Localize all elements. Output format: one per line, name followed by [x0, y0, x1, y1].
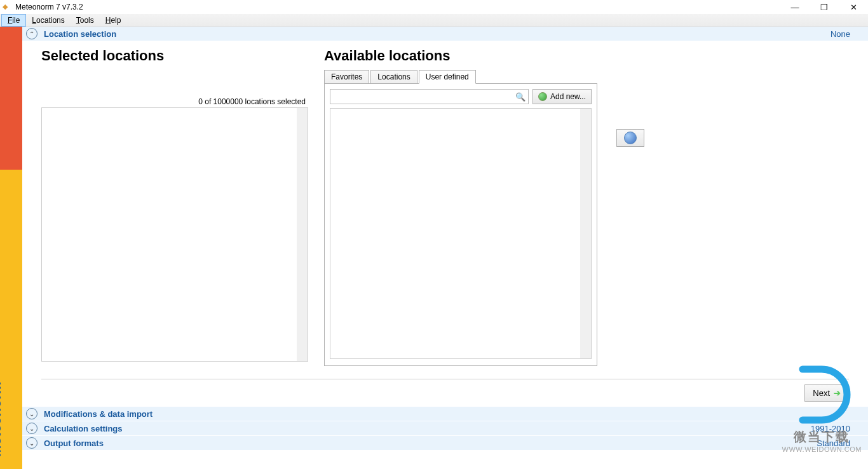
- search-input[interactable]: [333, 92, 515, 101]
- window-controls: — ❐ ✕: [780, 0, 868, 14]
- titlebar: Meteonorm 7 v7.3.2 — ❐ ✕: [0, 0, 868, 14]
- menu-tools[interactable]: Tools: [71, 15, 100, 26]
- add-icon: [538, 92, 547, 101]
- available-column: Available locations Favorites Locations …: [324, 48, 597, 366]
- next-label: Next: [813, 388, 830, 398]
- selected-list[interactable]: [41, 107, 308, 362]
- accordion-output-title: Output formats: [44, 438, 817, 448]
- close-button[interactable]: ✕: [839, 0, 868, 14]
- search-icon[interactable]: 🔍: [515, 92, 526, 102]
- chevron-down-icon: ⌄: [26, 437, 37, 449]
- chevron-up-icon: ⌃: [26, 28, 37, 39]
- accordion-location-title: Location selection: [44, 29, 831, 39]
- globe-icon: [624, 132, 637, 144]
- sidebar: Meteonorm: [0, 27, 22, 469]
- accordion-calculation-value: 1991-2010: [811, 424, 850, 433]
- accordion-location-value: None: [831, 29, 850, 39]
- accordion-calculation[interactable]: ⌄ Calculation settings 1991-2010: [22, 421, 868, 436]
- content-area: ⌃ Location selection None Selected locat…: [22, 27, 868, 469]
- minimize-button[interactable]: —: [780, 0, 810, 14]
- arrow-right-icon: ➔: [834, 388, 841, 398]
- accordion-location[interactable]: ⌃ Location selection None: [22, 27, 868, 41]
- next-button[interactable]: Next ➔: [804, 384, 849, 402]
- selected-heading: Selected locations: [41, 48, 308, 64]
- search-box[interactable]: 🔍: [330, 89, 529, 104]
- available-list[interactable]: [330, 108, 592, 359]
- scrollbar[interactable]: [580, 109, 591, 358]
- selected-count: 0 of 1000000 locations selected: [41, 97, 308, 106]
- window-title: Meteonorm 7 v7.3.2: [15, 3, 83, 11]
- tab-user-defined[interactable]: User defined: [419, 70, 476, 84]
- scrollbar[interactable]: [297, 108, 308, 361]
- tab-locations[interactable]: Locations: [370, 70, 417, 84]
- menubar: File Locations Tools Help: [0, 14, 868, 27]
- accordion-output-value: Standard: [817, 438, 850, 448]
- location-panel: Selected locations 0 of 1000000 location…: [22, 41, 868, 372]
- accordion-modifications-title: Modifications & data import: [44, 409, 850, 419]
- menu-locations[interactable]: Locations: [26, 15, 70, 26]
- selected-column: Selected locations 0 of 1000000 location…: [41, 48, 308, 366]
- menu-help[interactable]: Help: [100, 15, 127, 26]
- menu-file[interactable]: File: [1, 14, 26, 27]
- chevron-down-icon: ⌄: [26, 408, 37, 419]
- available-heading: Available locations: [324, 48, 597, 64]
- tabs: Favorites Locations User defined: [324, 69, 597, 83]
- chevron-down-icon: ⌄: [26, 423, 37, 434]
- divider: [41, 379, 849, 379]
- maximize-button[interactable]: ❐: [810, 0, 839, 14]
- app-icon: [3, 3, 11, 11]
- accordion-output[interactable]: ⌄ Output formats Standard: [22, 436, 868, 451]
- globe-button[interactable]: [616, 129, 644, 147]
- add-new-label: Add new...: [550, 92, 586, 101]
- accordion-modifications[interactable]: ⌄ Modifications & data import: [22, 407, 868, 421]
- add-new-button[interactable]: Add new...: [532, 89, 592, 104]
- tab-favorites[interactable]: Favorites: [324, 70, 369, 84]
- brand-text: Meteonorm: [0, 381, 4, 456]
- accordion-calculation-title: Calculation settings: [44, 424, 811, 433]
- available-panel: 🔍 Add new...: [324, 83, 597, 366]
